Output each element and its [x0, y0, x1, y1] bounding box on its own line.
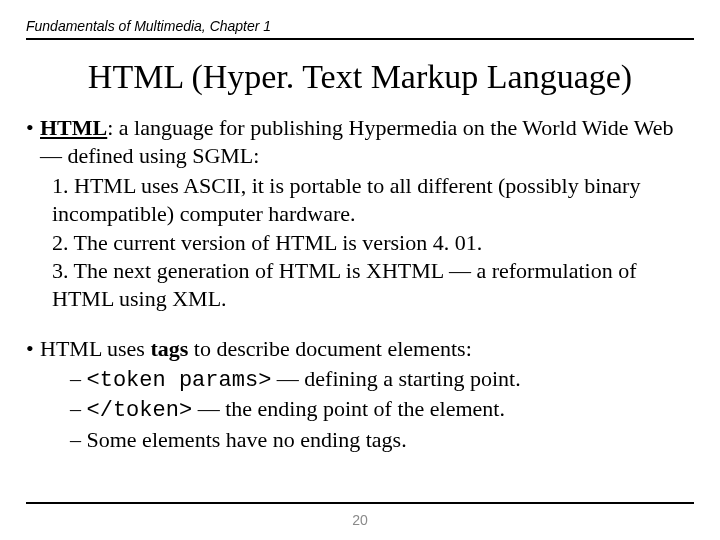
tags-word: tags	[150, 336, 188, 361]
numbered-item-3: 3. The next generation of HTML is XHTML …	[52, 257, 694, 313]
dash-item-2: – </token> — the ending point of the ele…	[70, 395, 694, 425]
bullet-dot-icon: •	[26, 335, 40, 363]
bullet-tags: • HTML uses tags to describe document el…	[26, 335, 694, 363]
slide: Fundamentals of Multimedia, Chapter 1 HT…	[0, 0, 720, 540]
dash-item-1: – <token params> — defining a starting p…	[70, 365, 694, 395]
tags-post-text: to describe document elements:	[188, 336, 471, 361]
tags-pre-text: HTML uses	[40, 336, 150, 361]
html-def-text: : a language for publishing Hypermedia o…	[40, 115, 673, 168]
numbered-item-1: 1. HTML uses ASCII, it is portable to al…	[52, 172, 694, 228]
slide-content: • HTML: a language for publishing Hyperm…	[26, 114, 694, 454]
dash-item-3: – Some elements have no ending tags.	[70, 426, 694, 454]
footer-rule	[26, 502, 694, 504]
term-html: HTML	[40, 115, 107, 140]
bullet-html-def: • HTML: a language for publishing Hyperm…	[26, 114, 694, 170]
page-number: 20	[0, 512, 720, 528]
chapter-header: Fundamentals of Multimedia, Chapter 1	[26, 18, 694, 40]
code-start-tag: <token params>	[87, 368, 272, 393]
code-end-tag: </token>	[87, 398, 193, 423]
slide-title: HTML (Hyper. Text Markup Language)	[26, 58, 694, 96]
bullet-dot-icon: •	[26, 114, 40, 170]
numbered-item-2: 2. The current version of HTML is versio…	[52, 229, 694, 257]
